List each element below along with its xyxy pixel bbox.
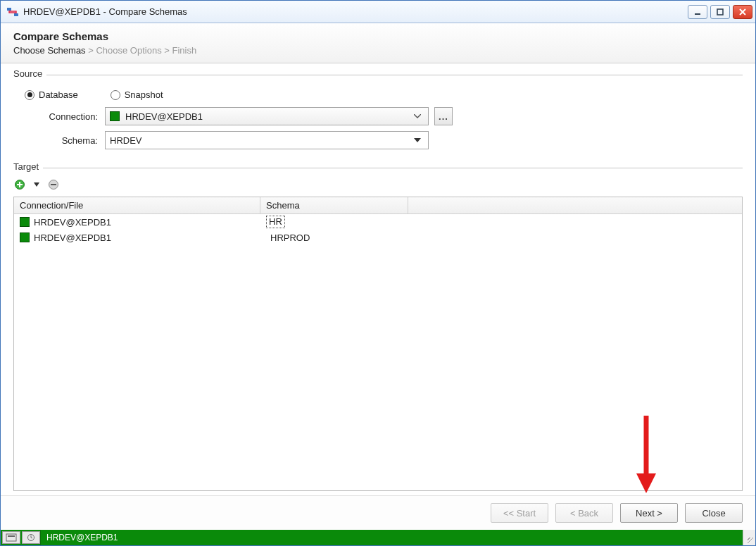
svg-rect-9 [8,535,15,537]
database-icon [20,232,30,242]
connection-combo[interactable]: HRDEV@XEPDB1 [105,107,429,125]
schema-label: Schema: [13,135,105,146]
database-icon [110,111,120,121]
titlebar: HRDEV@XEPDB1 - Compare Schemas [1,1,755,23]
cell-schema: HR [266,216,285,228]
back-button: < Back [555,503,613,523]
radio-snapshot-label: Snapshot [125,89,163,100]
target-table: Connection/File Schema HRDEV@XEPDB1 HR [13,197,743,491]
table-header: Connection/File Schema [14,197,742,214]
status-connection: HRDEV@XEPDB1 [40,530,124,545]
connection-value: HRDEV@XEPDB1 [125,111,411,122]
source-group: Source Database Snapshot Connection: HRD… [13,75,743,155]
table-row[interactable]: HRDEV@XEPDB1 HRPROD [14,230,742,245]
column-header-connection[interactable]: Connection/File [14,197,260,213]
radio-database[interactable]: Database [25,89,78,100]
wizard-button-bar: << Start < Back Next > Close [1,495,755,530]
table-body: HRDEV@XEPDB1 HR HRDEV@XEPDB1 HRPROD [14,214,742,490]
app-icon [6,6,19,18]
target-group-label: Target [13,161,43,172]
remove-target-button[interactable] [47,178,60,191]
connection-more-button[interactable]: ... [434,107,453,125]
radio-database-label: Database [39,89,78,100]
column-header-schema[interactable]: Schema [260,197,408,213]
table-row[interactable]: HRDEV@XEPDB1 HR [14,214,742,230]
start-button: << Start [491,503,548,523]
window-controls [688,5,752,19]
window-title: HRDEV@XEPDB1 - Compare Schemas [23,6,688,17]
caret-down-icon [411,132,424,149]
status-chip-icon[interactable] [2,531,20,544]
schema-value: HRDEV [110,135,411,146]
column-header-spacer [408,197,742,213]
breadcrumb: Choose Schemas > Choose Options > Finish [13,45,741,56]
breadcrumb-step-current: Choose Schemas [13,45,86,56]
content: Source Database Snapshot Connection: HRD… [1,63,755,495]
database-icon [20,217,30,227]
svg-rect-8 [6,534,16,541]
breadcrumb-step: Choose Options [96,45,161,56]
svg-rect-3 [717,9,723,15]
cell-connection: HRDEV@XEPDB1 [34,217,111,228]
status-chip-icon[interactable] [22,531,40,544]
statusbar: HRDEV@XEPDB1 [1,530,755,545]
source-group-label: Source [13,68,46,79]
target-group: Target Connection/File Schema [13,168,743,491]
close-wizard-button[interactable]: Close [685,503,743,523]
add-target-menu-button[interactable] [30,178,43,191]
schema-combo[interactable]: HRDEV [105,131,429,149]
header: Compare Schemas Choose Schemas > Choose … [1,23,755,63]
window: HRDEV@XEPDB1 - Compare Schemas Compare S… [0,0,756,546]
add-target-button[interactable] [13,178,26,191]
svg-marker-4 [414,138,421,142]
connection-label: Connection: [13,111,105,122]
cell-connection: HRDEV@XEPDB1 [34,232,111,243]
next-button[interactable]: Next > [620,503,678,523]
resize-grip[interactable] [743,530,755,545]
chevron-down-icon [411,108,424,125]
breadcrumb-step: Finish [172,45,197,56]
radio-icon [25,90,34,100]
svg-rect-1 [14,13,18,16]
source-type-radio-group: Database Snapshot [13,84,743,107]
svg-rect-0 [7,8,11,11]
target-toolbar [13,177,743,197]
radio-icon [111,90,120,100]
cell-schema: HRPROD [266,232,310,243]
minimize-button[interactable] [688,5,707,19]
svg-marker-6 [34,182,39,187]
close-button[interactable] [733,5,752,19]
page-title: Compare Schemas [13,30,741,42]
radio-snapshot[interactable]: Snapshot [111,89,163,100]
maximize-button[interactable] [710,5,730,19]
